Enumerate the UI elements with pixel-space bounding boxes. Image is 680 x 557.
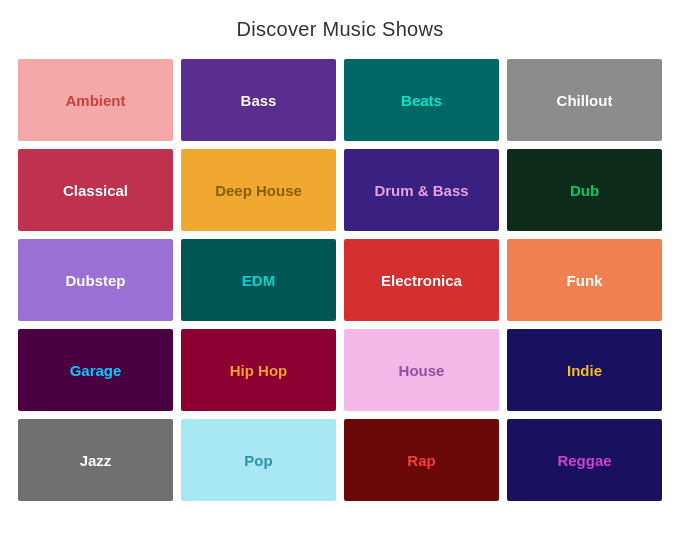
tile-label-beats: Beats — [401, 92, 442, 109]
tile-dub[interactable]: Dub — [507, 149, 662, 231]
tile-beats[interactable]: Beats — [344, 59, 499, 141]
tile-label-bass: Bass — [241, 92, 277, 109]
tile-electronica[interactable]: Electronica — [344, 239, 499, 321]
page-title: Discover Music Shows — [236, 18, 443, 41]
tile-label-drumandbass: Drum & Bass — [374, 182, 468, 199]
tile-label-hiphop: Hip Hop — [230, 362, 288, 379]
tile-chillout[interactable]: Chillout — [507, 59, 662, 141]
tile-edm[interactable]: EDM — [181, 239, 336, 321]
tile-deephouse[interactable]: Deep House — [181, 149, 336, 231]
tile-label-pop: Pop — [244, 452, 272, 469]
tile-reggae[interactable]: Reggae — [507, 419, 662, 501]
tile-house[interactable]: House — [344, 329, 499, 411]
tile-label-indie: Indie — [567, 362, 602, 379]
genre-grid: AmbientBassBeatsChilloutClassicalDeep Ho… — [18, 59, 662, 501]
tile-label-rap: Rap — [407, 452, 435, 469]
tile-pop[interactable]: Pop — [181, 419, 336, 501]
tile-drumandbass[interactable]: Drum & Bass — [344, 149, 499, 231]
tile-label-electronica: Electronica — [381, 272, 462, 289]
tile-label-garage: Garage — [70, 362, 122, 379]
tile-label-dub: Dub — [570, 182, 599, 199]
tile-label-chillout: Chillout — [557, 92, 613, 109]
tile-dubstep[interactable]: Dubstep — [18, 239, 173, 321]
tile-jazz[interactable]: Jazz — [18, 419, 173, 501]
tile-hiphop[interactable]: Hip Hop — [181, 329, 336, 411]
tile-label-dubstep: Dubstep — [66, 272, 126, 289]
tile-label-ambient: Ambient — [66, 92, 126, 109]
tile-label-reggae: Reggae — [557, 452, 611, 469]
tile-bass[interactable]: Bass — [181, 59, 336, 141]
tile-ambient[interactable]: Ambient — [18, 59, 173, 141]
tile-indie[interactable]: Indie — [507, 329, 662, 411]
tile-label-classical: Classical — [63, 182, 128, 199]
tile-classical[interactable]: Classical — [18, 149, 173, 231]
tile-label-funk: Funk — [567, 272, 603, 289]
tile-label-jazz: Jazz — [80, 452, 112, 469]
tile-label-deephouse: Deep House — [215, 182, 302, 199]
tile-funk[interactable]: Funk — [507, 239, 662, 321]
tile-label-edm: EDM — [242, 272, 275, 289]
tile-rap[interactable]: Rap — [344, 419, 499, 501]
tile-label-house: House — [399, 362, 445, 379]
tile-garage[interactable]: Garage — [18, 329, 173, 411]
